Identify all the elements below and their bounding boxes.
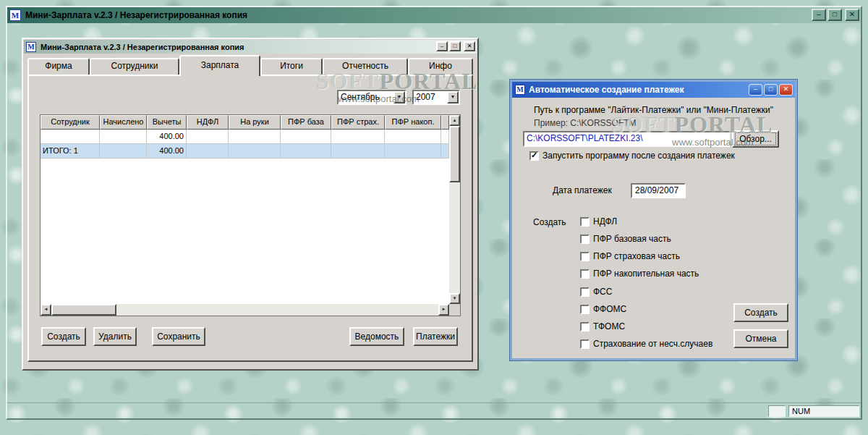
cell-vychety[interactable]: 400.00 bbox=[147, 144, 187, 159]
child-close-button[interactable]: ✕ bbox=[464, 41, 475, 51]
column-header[interactable]: Вычеты bbox=[147, 115, 187, 130]
cell-ndfl[interactable] bbox=[187, 130, 229, 144]
checkbox-fss[interactable] bbox=[580, 287, 590, 297]
minimize-button[interactable]: – bbox=[812, 9, 826, 21]
column-header[interactable]: Начислено bbox=[100, 115, 147, 130]
dialog-maximize-button[interactable]: □ bbox=[764, 84, 778, 96]
cell-sotrudnik[interactable]: ИТОГО: 1 bbox=[41, 144, 100, 159]
table-row-total[interactable]: ИТОГО: 1 400.00 bbox=[41, 144, 449, 159]
column-header[interactable]: ПФР страх. bbox=[331, 115, 385, 130]
cell-pfr-strah[interactable] bbox=[331, 144, 385, 159]
cell-pfr-strah[interactable] bbox=[331, 130, 385, 144]
dialog-titlebar[interactable]: M Автоматическое создание платежек – □ ✕ bbox=[512, 82, 795, 98]
main-titlebar[interactable]: M Мини-Зарплата v.2.3 / Незарегистрирова… bbox=[7, 7, 861, 23]
child-minimize-button[interactable]: – bbox=[436, 41, 448, 51]
payments-button[interactable]: Платежки bbox=[413, 327, 458, 346]
cell-pfr-baza[interactable] bbox=[281, 144, 331, 159]
tab-itogi[interactable]: Итоги bbox=[260, 58, 323, 75]
path-input[interactable]: C:\KORSSOFT\PLATEZKI.23\ bbox=[523, 131, 730, 147]
browse-button[interactable]: Обзор... bbox=[732, 130, 779, 148]
date-input[interactable]: 28/09/2007 bbox=[631, 183, 686, 198]
scroll-down-button[interactable]: ▼ bbox=[449, 293, 460, 304]
checkbox-label: НДФЛ bbox=[593, 217, 617, 227]
column-header[interactable]: НДФЛ bbox=[187, 115, 229, 130]
cell-naruki[interactable] bbox=[229, 130, 281, 144]
minimize-icon: – bbox=[441, 43, 443, 49]
child-window: M Мини-Зарплата v.2.3 / Незарегистрирова… bbox=[22, 38, 479, 371]
tab-otchetnost[interactable]: Отчетность bbox=[323, 58, 408, 75]
create-row-button[interactable]: Создать bbox=[41, 327, 86, 346]
tab-info[interactable]: Инфо bbox=[408, 58, 473, 75]
close-button[interactable]: ✕ bbox=[845, 9, 859, 21]
horizontal-scrollbar[interactable]: ◄ ► bbox=[41, 304, 449, 316]
tab-label: Отчетность bbox=[342, 61, 388, 71]
maximize-icon: □ bbox=[769, 85, 773, 93]
scroll-up-button[interactable]: ▲ bbox=[449, 115, 460, 126]
child-app-icon: M bbox=[26, 42, 36, 52]
month-select[interactable]: Сентябрь ▼ bbox=[337, 90, 407, 105]
checkbox-label: Страхование от несч.случаев bbox=[593, 339, 712, 349]
date-value: 28/09/2007 bbox=[632, 185, 684, 196]
cell-pfr-nakop[interactable] bbox=[385, 130, 441, 144]
column-header[interactable]: ПФР база bbox=[281, 115, 331, 130]
checkbox-pfr-base[interactable] bbox=[580, 235, 590, 244]
maximize-icon: □ bbox=[454, 43, 457, 49]
tab-firma[interactable]: Фирма bbox=[27, 58, 90, 75]
create-group-label: Создать bbox=[533, 218, 566, 227]
year-select[interactable]: 2007 ▼ bbox=[412, 90, 460, 105]
button-label: Создать bbox=[744, 308, 778, 318]
cell-sotrudnik[interactable] bbox=[41, 130, 100, 144]
vertical-scrollbar[interactable]: ▲ ▼ bbox=[449, 115, 460, 304]
tab-zarplata[interactable]: Зарплата bbox=[179, 55, 260, 76]
dialog-minimize-button[interactable]: – bbox=[749, 84, 762, 96]
cell-vychety[interactable]: 400.00 bbox=[147, 130, 187, 144]
column-header[interactable]: На руки bbox=[229, 115, 281, 130]
run-after-checkbox[interactable]: ✓ bbox=[529, 151, 539, 161]
tab-sotrudniki[interactable]: Сотрудники bbox=[90, 58, 179, 75]
cell-pfr-nakop[interactable] bbox=[385, 144, 441, 159]
chevron-down-icon[interactable]: ▼ bbox=[393, 91, 405, 104]
cell-pfr-baza[interactable] bbox=[281, 130, 331, 144]
tab-label: Фирма bbox=[45, 61, 72, 71]
table-row[interactable]: 400.00 bbox=[41, 130, 449, 144]
save-button[interactable]: Сохранить bbox=[152, 327, 205, 346]
salary-tab-panel: Сентябрь ▼ 2007 ▼ Сотрудник Начислено Вы… bbox=[27, 75, 473, 362]
checkbox-ffoms[interactable] bbox=[580, 305, 590, 314]
button-label: Обзор... bbox=[735, 132, 776, 145]
button-label: Удалить bbox=[98, 331, 132, 342]
checkbox-tfoms[interactable] bbox=[580, 322, 590, 331]
checkbox-label: ПФР страховая часть bbox=[593, 252, 680, 261]
dialog-close-button[interactable]: ✕ bbox=[779, 84, 793, 96]
sheet-button[interactable]: Ведомость bbox=[349, 327, 404, 346]
checkbox-ndfl[interactable] bbox=[580, 217, 590, 227]
child-titlebar[interactable]: M Мини-Зарплата v.2.3 / Незарегистрирова… bbox=[24, 40, 477, 54]
cell-nachisleno[interactable] bbox=[100, 130, 147, 144]
cell-nachisleno[interactable] bbox=[100, 144, 147, 159]
tab-strip: Фирма Сотрудники Зарплата Итоги Отчетнос… bbox=[27, 55, 473, 75]
horizontal-scroll-thumb[interactable] bbox=[51, 304, 116, 316]
year-value: 2007 bbox=[416, 92, 435, 103]
dialog-cancel-button[interactable]: Отмена bbox=[733, 329, 788, 348]
minimize-icon: – bbox=[817, 10, 821, 18]
checkbox-pfr-insurance[interactable] bbox=[580, 252, 590, 261]
chevron-down-icon[interactable]: ▼ bbox=[447, 91, 459, 104]
child-maximize-button[interactable]: □ bbox=[449, 41, 461, 51]
dialog-create-button[interactable]: Создать bbox=[733, 303, 788, 322]
table-empty-area bbox=[41, 159, 449, 304]
maximize-button[interactable]: □ bbox=[827, 9, 842, 21]
tab-label: Итоги bbox=[280, 61, 303, 71]
scrollbar-corner bbox=[449, 304, 460, 316]
column-header[interactable]: ПФР накоп. bbox=[385, 115, 441, 130]
scroll-right-button[interactable]: ► bbox=[438, 304, 449, 316]
checkbox-accident-insurance[interactable] bbox=[580, 339, 590, 349]
delete-row-button[interactable]: Удалить bbox=[93, 327, 137, 346]
cell-naruki[interactable] bbox=[229, 144, 281, 159]
dialog-body: Путь к программе "Лайтик-Платежки" или "… bbox=[512, 98, 795, 358]
scroll-up-icon: ▲ bbox=[453, 118, 457, 122]
checkbox-pfr-savings[interactable] bbox=[580, 269, 590, 279]
scroll-left-button[interactable]: ◄ bbox=[41, 304, 51, 316]
cell-ndfl[interactable] bbox=[187, 144, 229, 159]
vertical-scroll-thumb[interactable] bbox=[449, 126, 460, 182]
button-label: Ведомость bbox=[355, 331, 399, 342]
column-header[interactable]: Сотрудник bbox=[41, 115, 100, 130]
